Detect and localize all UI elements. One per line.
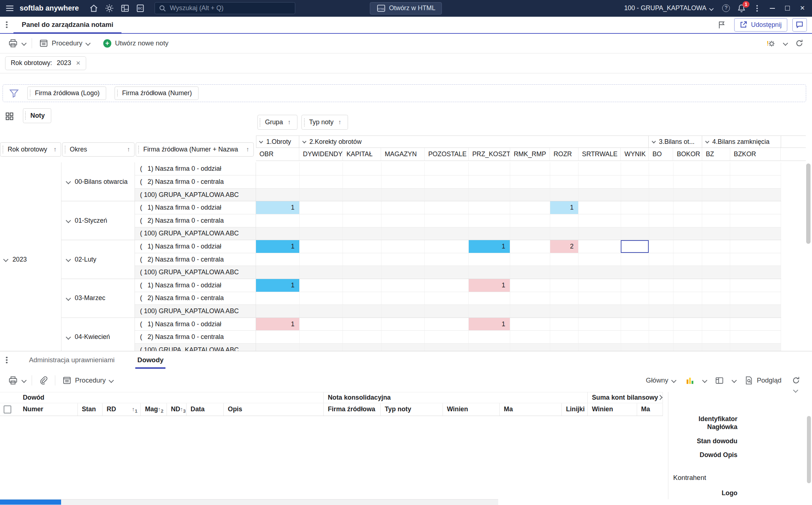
pivot-cell[interactable]	[730, 292, 781, 305]
pivot-cell[interactable]	[550, 266, 578, 279]
pivot-cell[interactable]	[256, 253, 300, 266]
window-close-button[interactable]: ✕	[795, 0, 810, 17]
panels-grid-icon[interactable]	[117, 0, 133, 17]
chart-button[interactable]	[683, 373, 697, 388]
pivot-cell[interactable]	[510, 214, 550, 227]
pivot-cell[interactable]	[425, 240, 469, 253]
pivot-cell[interactable]	[673, 162, 702, 175]
pivot-row-header[interactable]: ( 100) GRUPA_KAPTALOWA ABC	[135, 188, 256, 201]
pivot-column-header[interactable]: POZOSTALE	[425, 148, 469, 161]
pivot-cell[interactable]	[702, 240, 730, 253]
pivot-cell[interactable]	[381, 201, 425, 214]
refresh-button[interactable]	[789, 373, 804, 388]
pivot-cell[interactable]	[469, 331, 510, 344]
pivot-cell[interactable]	[425, 318, 469, 331]
pivot-cell[interactable]	[343, 279, 381, 292]
pivot-cell[interactable]	[425, 188, 469, 201]
pivot-cell[interactable]	[381, 266, 425, 279]
settings-chevron-icon[interactable]	[782, 36, 788, 50]
pivot-cell[interactable]	[550, 214, 578, 227]
pivot-cell[interactable]	[621, 240, 649, 253]
grid-column-header[interactable]: Typ noty	[381, 403, 443, 415]
pivot-cell[interactable]	[299, 331, 343, 344]
pivot-cell[interactable]	[550, 331, 578, 344]
pivot-cell[interactable]	[381, 318, 425, 331]
pivot-cell[interactable]	[343, 162, 381, 175]
settings-warning-icon[interactable]: !	[762, 36, 779, 50]
pivot-cell[interactable]	[469, 214, 510, 227]
pivot-cell[interactable]	[579, 214, 621, 227]
pivot-cell[interactable]	[673, 214, 702, 227]
pivot-cell[interactable]	[343, 331, 381, 344]
column-field-chip-typ-noty[interactable]: Typ noty↑	[301, 115, 348, 130]
select-all-checkbox[interactable]	[4, 405, 11, 413]
pivot-row-header[interactable]: ( 1) Nasza firma 0 - oddział	[135, 279, 256, 292]
pivot-cell[interactable]	[469, 343, 510, 351]
pivot-cell[interactable]	[550, 175, 578, 189]
pivot-cell[interactable]	[510, 162, 550, 175]
pivot-cell[interactable]	[730, 253, 781, 266]
pivot-row-header[interactable]: ( 100) GRUPA_KAPTALOWA ABC	[135, 305, 256, 318]
remove-filter-icon[interactable]: ✕	[76, 60, 80, 66]
pivot-cell[interactable]	[621, 162, 649, 175]
row-field-chip-okres[interactable]: Okres↑	[62, 142, 135, 157]
pivot-cell[interactable]	[510, 292, 550, 305]
pivot-cell[interactable]	[702, 318, 730, 331]
pivot-cell[interactable]	[649, 279, 673, 292]
scrollbar-thumb[interactable]	[0, 500, 61, 505]
pivot-cell[interactable]	[425, 201, 469, 214]
pivot-period-group[interactable]: 00-Bilans otwarcia	[61, 162, 135, 201]
pivot-cell[interactable]	[702, 292, 730, 305]
pivot-year-group[interactable]: 2023	[0, 162, 61, 351]
pivot-cell[interactable]	[579, 201, 621, 214]
pivot-cell[interactable]	[256, 188, 300, 201]
pivot-cell[interactable]	[673, 175, 702, 189]
pivot-cell[interactable]	[510, 266, 550, 279]
pivot-cell[interactable]	[621, 266, 649, 279]
pivot-cell[interactable]	[343, 240, 381, 253]
pivot-cell[interactable]: 1	[469, 318, 510, 331]
pivot-cell[interactable]	[702, 214, 730, 227]
pivot-cell[interactable]	[649, 253, 673, 266]
pivot-cell[interactable]	[510, 227, 550, 240]
grid-column-header[interactable]: Mag↑2	[141, 403, 167, 415]
pivot-cell[interactable]	[299, 201, 343, 214]
pivot-cell[interactable]	[469, 188, 510, 201]
pivot-column-header[interactable]: BO	[649, 148, 673, 161]
pivot-cell[interactable]	[649, 343, 673, 351]
company-selector[interactable]: 100 - GRUPA_KAPTALOWA	[624, 4, 713, 12]
pivot-cell[interactable]	[702, 227, 730, 240]
pivot-cell[interactable]	[469, 162, 510, 175]
pivot-cell[interactable]	[381, 292, 425, 305]
pivot-column-header[interactable]: BZ	[702, 148, 730, 161]
grid-column-header[interactable]: Numer	[19, 403, 77, 415]
pivot-column-header[interactable]: OBR	[256, 148, 300, 161]
pivot-cell[interactable]	[343, 253, 381, 266]
pivot-cell[interactable]	[381, 253, 425, 266]
pivot-cell[interactable]	[673, 266, 702, 279]
pivot-column-group[interactable]: 3.Bilans ot...	[649, 136, 702, 148]
pivot-cell[interactable]	[381, 305, 425, 318]
chart-chevron-icon[interactable]	[701, 373, 708, 388]
pivot-cell[interactable]	[550, 253, 578, 266]
pivot-cell[interactable]	[256, 305, 300, 318]
pivot-cell[interactable]	[730, 188, 781, 201]
pivot-cell[interactable]	[621, 214, 649, 227]
pivot-cell[interactable]	[730, 343, 781, 351]
row-field-chip-firma[interactable]: Firma źródłowa (Numer + Nazwa↑	[136, 142, 254, 157]
pivot-cell[interactable]	[425, 279, 469, 292]
pivot-cell[interactable]	[343, 292, 381, 305]
pivot-cell[interactable]: 1	[469, 279, 510, 292]
procedures-button[interactable]: Procedury	[36, 36, 93, 50]
pivot-cell[interactable]	[579, 266, 621, 279]
pivot-cell[interactable]	[649, 240, 673, 253]
pivot-cell[interactable]	[256, 175, 300, 189]
help-icon[interactable]: ?	[718, 0, 734, 17]
pivot-cell[interactable]	[510, 240, 550, 253]
pivot-cell[interactable]	[510, 175, 550, 189]
window-minimize-button[interactable]	[765, 0, 780, 17]
grid-column-header[interactable]: Ma	[500, 403, 562, 415]
grid-column-group[interactable]: Nota konsolidacyjna	[324, 392, 588, 403]
grid-column-header[interactable]: RD↑1	[103, 403, 141, 415]
pivot-cell[interactable]: 1	[469, 240, 510, 253]
